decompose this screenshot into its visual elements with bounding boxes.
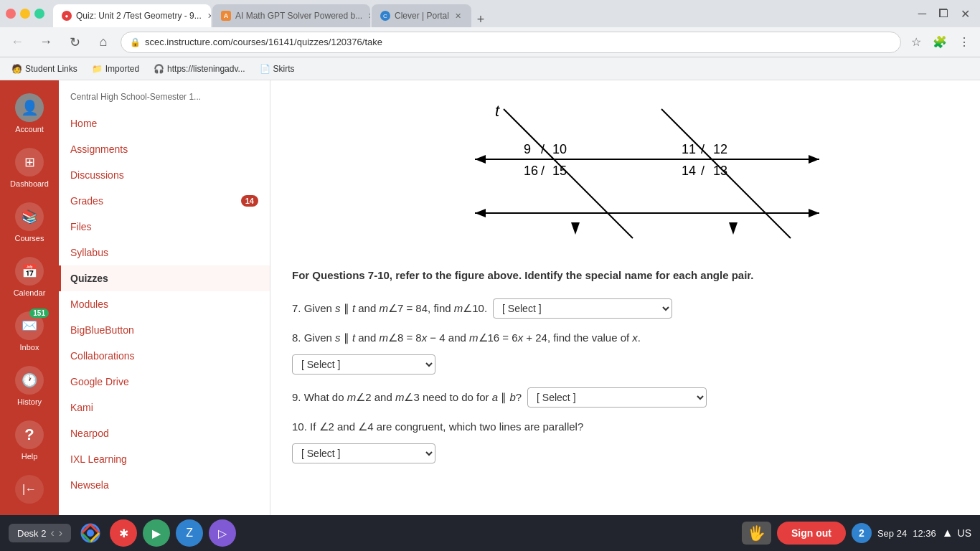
nav-item-home[interactable]: Home xyxy=(59,110,270,136)
svg-marker-6 xyxy=(475,209,486,217)
app-area: 👤 Account ⊞ Dashboard 📚 Courses 📅 Calend… xyxy=(0,80,980,515)
sidebar-icons: 👤 Account ⊞ Dashboard 📚 Courses 📅 Calend… xyxy=(0,80,59,515)
nav-item-assignments[interactable]: Assignments xyxy=(59,136,270,162)
browser-titlebar: ● Quiz: Unit 2 /Test Geometry - 9... ✕ A… xyxy=(0,0,980,27)
tab-aimath[interactable]: A AI Math GPT Solver Powered b... ✕ xyxy=(212,4,370,27)
extensions-button[interactable]: 🧩 xyxy=(928,32,951,52)
sidebar-item-inbox[interactable]: ✉️ 151 Inbox xyxy=(0,306,59,357)
bookmark-skirts-icon: 📄 xyxy=(260,64,270,74)
calendar-icon: 📅 xyxy=(15,257,44,286)
nav-item-syllabus[interactable]: Syllabus xyxy=(59,240,270,265)
address-bar[interactable]: 🔒 scec.instructure.com/courses/16141/qui… xyxy=(121,32,901,53)
question-9-row: 9. What do m∠2 and m∠3 need to do for a … xyxy=(292,387,958,408)
help-icon: ? xyxy=(15,420,44,449)
bookmark-skirts[interactable]: 📄 Skirts xyxy=(254,62,301,75)
question-10-select[interactable]: [ Select ] a ∥ b s ∥ t c ∥ d xyxy=(292,443,435,463)
sidebar-item-account[interactable]: 👤 Account xyxy=(0,88,59,139)
taskbar-app1-icon[interactable]: ✱ xyxy=(110,519,137,547)
question-10-text: 10. If ∠2 and ∠4 are congruent, which tw… xyxy=(292,420,583,433)
minimize-btn[interactable]: ─ xyxy=(914,6,930,22)
tab-close-clever[interactable]: ✕ xyxy=(453,10,463,22)
restore-btn[interactable]: ⧠ xyxy=(933,6,953,22)
taskbar-app4-icon[interactable]: ▷ xyxy=(209,519,236,547)
nav-item-grades[interactable]: Grades 14 xyxy=(59,188,270,214)
window-close-btn[interactable] xyxy=(6,9,16,19)
sidebar-label-account: Account xyxy=(15,125,44,133)
sidebar-collapse-btn[interactable]: |← xyxy=(0,469,59,512)
reload-button[interactable]: ↻ xyxy=(63,31,86,54)
sign-out-button[interactable]: Sign out xyxy=(777,522,846,545)
forward-button[interactable]: → xyxy=(34,31,57,54)
tab-clever[interactable]: C Clever | Portal ✕ xyxy=(372,4,471,27)
svg-text:15: 15 xyxy=(552,164,567,178)
desk-next-btn[interactable]: › xyxy=(59,527,62,540)
question-8-row: 8. Given s ∥ t and m∠8 = 8x − 4 and m∠16… xyxy=(292,331,958,375)
question-9-select[interactable]: [ Select ] Be equal Be supplementary Be … xyxy=(527,387,707,408)
bookmark-student-links-icon: 🧑 xyxy=(11,64,22,74)
course-nav: Central High School-Semester 1... Home A… xyxy=(59,80,270,515)
tab-close-aimath[interactable]: ✕ xyxy=(367,10,370,22)
sidebar-item-calendar[interactable]: 📅 Calendar xyxy=(0,251,59,303)
window-max-btn[interactable] xyxy=(34,9,44,19)
nav-item-discussions[interactable]: Discussions xyxy=(59,162,270,188)
nav-item-newsela[interactable]: Newsela xyxy=(59,472,270,498)
nav-item-modules[interactable]: Modules xyxy=(59,291,270,317)
svg-text:t: t xyxy=(495,102,500,120)
sidebar-item-history[interactable]: 🕐 History xyxy=(0,360,59,412)
taskbar-date: Sep 24 xyxy=(877,528,907,539)
home-button[interactable]: ⌂ xyxy=(92,31,115,54)
nav-item-quizzes[interactable]: Quizzes xyxy=(59,265,270,291)
nav-item-collaborations[interactable]: Collaborations xyxy=(59,343,270,369)
bookmark-skirts-label: Skirts xyxy=(273,64,295,74)
sidebar-item-help[interactable]: ? Help xyxy=(0,415,59,466)
window-action-controls[interactable]: ─ ⧠ ✕ xyxy=(914,6,974,22)
svg-text:/: / xyxy=(701,142,705,156)
svg-text:13: 13 xyxy=(713,164,727,178)
sidebar-label-history: History xyxy=(17,397,42,406)
quiz-figure: t 9 10 16 15 / / 11 12 14 13 / / xyxy=(292,95,958,253)
region-label: US xyxy=(958,527,971,539)
close-btn[interactable]: ✕ xyxy=(956,6,974,22)
tab-bar: ● Quiz: Unit 2 /Test Geometry - 9... ✕ A… xyxy=(53,0,911,27)
nav-item-files[interactable]: Files xyxy=(59,214,270,240)
new-tab-button[interactable]: + xyxy=(473,12,489,27)
menu-button[interactable]: ⋮ xyxy=(954,32,974,52)
question-7-select[interactable]: [ Select ] Alternate Interior Angles Alt… xyxy=(493,298,672,319)
bookmark-listening-icon: 🎧 xyxy=(154,64,164,74)
browser-toolbar: ← → ↻ ⌂ 🔒 scec.instructure.com/courses/1… xyxy=(0,27,980,57)
svg-text:/: / xyxy=(701,164,705,178)
svg-text:9: 9 xyxy=(524,142,531,156)
taskbar-desk-widget[interactable]: Desk 2 ‹ › xyxy=(9,524,71,542)
taskbar-app3-icon[interactable]: Z xyxy=(176,519,203,547)
tab-close-quiz[interactable]: ✕ xyxy=(206,10,211,22)
bookmark-star-button[interactable]: ☆ xyxy=(907,32,925,52)
back-button[interactable]: ← xyxy=(6,31,29,54)
sidebar-label-dashboard: Dashboard xyxy=(10,179,49,188)
bookmark-imported[interactable]: 📁 Imported xyxy=(86,62,145,75)
nav-item-ixl[interactable]: IXL Learning xyxy=(59,446,270,472)
window-controls[interactable] xyxy=(6,9,44,19)
nav-item-kami[interactable]: Kami xyxy=(59,395,270,420)
geometry-diagram: t 9 10 16 15 / / 11 12 14 13 / / xyxy=(418,95,834,253)
question-8-select[interactable]: [ Select ] 7 14 28 56 xyxy=(292,354,435,375)
bookmark-listening[interactable]: 🎧 https://listeningadv... xyxy=(148,62,251,75)
system-tray-area: 🖐 xyxy=(742,522,771,545)
desk-prev-btn[interactable]: ‹ xyxy=(50,527,54,540)
question-intro-block: For Questions 7-10, refer to the figure … xyxy=(292,267,958,284)
question-9-text: 9. What do m∠2 and m∠3 need to do for a … xyxy=(292,391,522,404)
sidebar-item-courses[interactable]: 📚 Courses xyxy=(0,197,59,248)
window-min-btn[interactable] xyxy=(20,9,30,19)
tab-quiz[interactable]: ● Quiz: Unit 2 /Test Geometry - 9... ✕ xyxy=(53,4,211,27)
nav-item-bigbluebutton[interactable]: BigBlueButton xyxy=(59,317,270,343)
nav-item-googledrive[interactable]: Google Drive xyxy=(59,369,270,395)
toolbar-actions: ☆ 🧩 ⋮ xyxy=(907,32,974,52)
taskbar-app2-icon[interactable]: ▶ xyxy=(143,519,170,547)
nav-item-nearpod[interactable]: Nearpod xyxy=(59,420,270,446)
bookmark-student-links[interactable]: 🧑 Student Links xyxy=(6,62,83,75)
taskbar-chrome-icon[interactable] xyxy=(77,519,104,547)
fingerprint-icon: 🖐 xyxy=(748,524,765,542)
sidebar-item-dashboard[interactable]: ⊞ Dashboard xyxy=(0,142,59,194)
tab-favicon-aimath: A xyxy=(221,11,231,21)
svg-point-24 xyxy=(87,529,94,537)
svg-marker-3 xyxy=(475,155,486,164)
